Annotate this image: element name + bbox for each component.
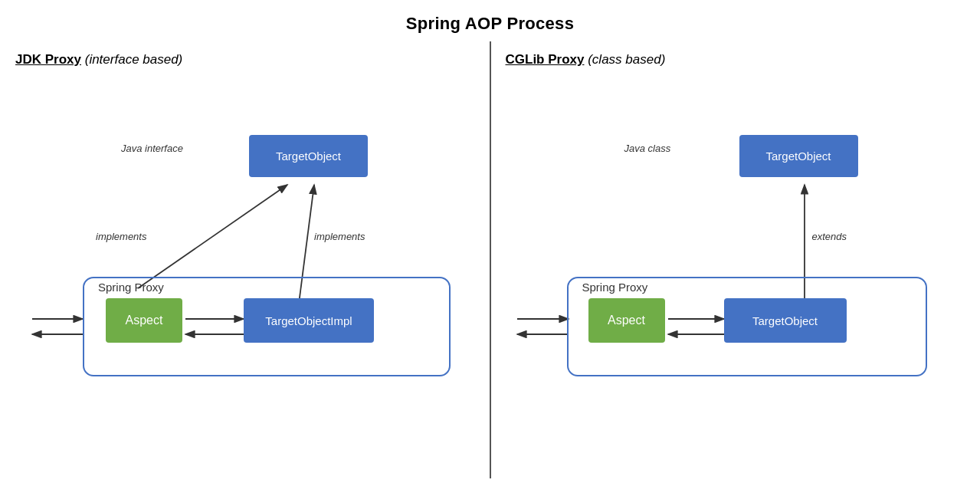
right-arrows-svg [506,81,965,471]
page-title: Spring AOP Process [0,0,980,41]
left-arrows-svg [15,81,475,471]
right-diagram-area: TargetObject Java class extends Spring P… [506,81,965,471]
left-panel-title: JDK Proxy (interface based) [15,52,475,67]
right-spring-proxy-label: Spring Proxy [582,281,648,294]
left-target-object-impl-box: TargetObjectImpl [244,298,374,343]
right-java-class-label: Java class [624,143,671,154]
left-implements-label1: implements [96,231,146,242]
left-diagram-area: TargetObject Java interface implements i… [15,81,475,471]
left-spring-proxy-label: Spring Proxy [98,281,164,294]
right-target-object-top-box: TargetObject [739,135,858,177]
right-extends-label: extends [812,231,847,242]
right-panel-title: CGLib Proxy (class based) [506,52,965,67]
left-proxy-implements-arrow [138,185,287,288]
left-implements-label2: implements [314,231,365,242]
left-aspect-box: Aspect [106,298,182,343]
right-aspect-box: Aspect [588,298,665,343]
right-target-object-bottom-box: TargetObject [724,298,847,343]
left-java-interface-label: Java interface [121,143,183,154]
right-panel: CGLib Proxy (class based) [490,41,981,478]
left-panel: JDK Proxy (interface based) [0,41,490,478]
left-target-object-box: TargetObject [249,135,368,177]
